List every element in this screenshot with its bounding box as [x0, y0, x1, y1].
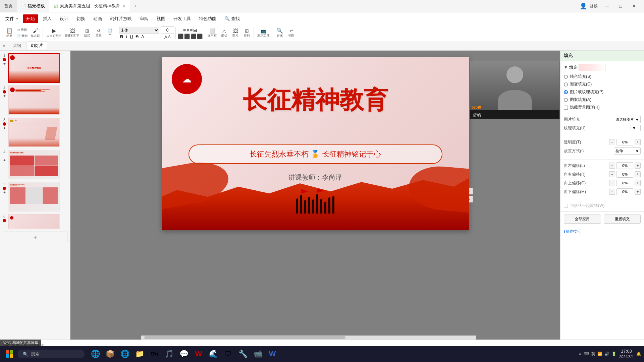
slide-subtitle-box[interactable]: 长征先烈永垂不朽 🏅 长征精神铭记于心 [189, 144, 442, 164]
paste-button[interactable]: 📋 粘贴 [4, 27, 15, 39]
gradient-fill-radio[interactable] [564, 82, 568, 86]
add-slide-button[interactable]: ＋ [3, 232, 67, 242]
strikethrough-button[interactable]: S [135, 34, 140, 39]
file-tab[interactable]: 📊 素质美育第五组...长征精神教育 ✕ [49, 0, 130, 12]
present-tool-button[interactable]: 📺 演示工具 [256, 27, 271, 39]
align-left-button[interactable]: ⬛ [178, 34, 183, 39]
image-fill-radio[interactable] [564, 90, 568, 94]
right-offset-input[interactable] [616, 171, 633, 178]
image-button[interactable]: 🖼 图片 [230, 27, 241, 39]
apply-all-button[interactable]: 全部应用 [564, 215, 601, 224]
close-button[interactable]: ✕ [627, 0, 641, 12]
new-slide-button[interactable]: 🖼 新建幻灯片 [63, 27, 81, 39]
col-layout-button[interactable]: ⊟ [193, 27, 197, 33]
slideshow-menu[interactable]: 幻灯片放映 [107, 14, 135, 23]
slide-thumbnail-1[interactable]: 1 ★ 长征精神教育 [3, 53, 67, 83]
top-offset-minus-button[interactable]: − [609, 180, 615, 186]
taskbar-app-meet[interactable]: 📹 [251, 347, 264, 361]
arrange-button[interactable]: ⊞ 排列 [241, 27, 252, 39]
bottom-offset-input[interactable] [616, 188, 633, 195]
maximize-button[interactable]: □ [614, 0, 627, 12]
slides-tab[interactable]: 幻灯片 [26, 42, 47, 50]
notification-button[interactable]: 🔔 [636, 352, 641, 356]
taskbar-app-music[interactable]: 🎵 [162, 347, 176, 361]
layout-button[interactable]: ⊞ 版式 [82, 27, 93, 39]
font-family-select[interactable]: 宋体 [119, 27, 159, 34]
taskbar-app-chat[interactable]: 💬 [177, 347, 191, 361]
taskbar-app-wps[interactable]: W [192, 347, 205, 361]
transparency-input[interactable] [616, 139, 633, 145]
section-button[interactable]: 📑 节 [105, 27, 115, 39]
image-select-dropdown[interactable]: 请选择图片 ▼ [614, 116, 641, 123]
start-button[interactable] [3, 347, 16, 361]
left-offset-plus-button[interactable]: + [635, 163, 641, 169]
slide-main-title[interactable]: 长征精神教育 [189, 84, 442, 116]
taskbar-search[interactable]: 🔍 搜索 [17, 350, 85, 358]
review-menu[interactable]: 审阅 [137, 14, 152, 23]
slide-thumbnail-4[interactable]: 4 ★ 长征精神的形成与发展 [3, 150, 67, 179]
bottom-offset-minus-button[interactable]: − [609, 189, 615, 195]
special-menu[interactable]: 特色功能 [196, 14, 220, 23]
list-bullet-button[interactable]: ≡ [183, 27, 186, 33]
animation-menu[interactable]: 动画 [90, 14, 105, 23]
reset-button[interactable]: ↺ 重置 [93, 27, 104, 39]
tray-expand-button[interactable]: ∧ [579, 352, 582, 356]
hide-bg-option[interactable]: 隐藏背景图形(H) [564, 105, 641, 110]
left-offset-input[interactable] [616, 162, 633, 169]
solid-fill-radio[interactable] [564, 75, 568, 79]
horizontal-scrollbar[interactable] [141, 336, 476, 340]
fill-color-preview[interactable] [579, 64, 605, 71]
rotate-with-shape-option[interactable]: 与形状一起旋转(W) [564, 203, 641, 208]
taskbar-app-files[interactable]: 🌐 [89, 347, 102, 361]
start-menu[interactable]: 开始 [23, 14, 38, 23]
slide-thumbnail-3[interactable]: 3 ★ 01 [3, 118, 67, 147]
cut-button[interactable]: ✂ 剪切 [15, 27, 29, 33]
gradient-fill-option[interactable]: 渐变填充(G) [564, 81, 641, 87]
tips-link[interactable]: ℹ 操作技巧 [560, 226, 644, 237]
align-right-button[interactable]: ⬛ [191, 34, 196, 39]
right-offset-plus-button[interactable]: + [635, 171, 641, 177]
find-menu[interactable]: 🔍 查找 [221, 14, 243, 23]
top-offset-plus-button[interactable]: + [635, 180, 641, 186]
right-offset-minus-button[interactable]: − [609, 171, 615, 177]
minimize-button[interactable]: ─ [600, 0, 614, 12]
rotate-checkbox[interactable] [564, 204, 568, 208]
font-size-input[interactable] [161, 26, 174, 34]
pattern-fill-radio[interactable] [564, 98, 568, 102]
top-offset-input[interactable] [616, 180, 633, 186]
pattern-fill-option[interactable]: 图案填充(A) [564, 97, 641, 103]
taskbar-app-folder[interactable]: 📁 [133, 347, 146, 361]
add-tab-button[interactable]: ＋ [130, 3, 141, 9]
transparency-plus-button[interactable]: + [635, 139, 641, 145]
slide-thumbnail-6[interactable]: 6 [3, 214, 67, 229]
font-decrease-button[interactable]: A [168, 35, 170, 40]
texture-select-dropdown[interactable]: ▼ [631, 125, 641, 131]
slide-thumbnail-5[interactable]: 5 ★ 长征路线图 (1927-1937) [3, 182, 67, 212]
taskbar-app-browser[interactable]: 🌐 [118, 347, 131, 361]
image-fill-option[interactable]: 图片或纹理填充(P) [564, 89, 641, 95]
shadow-button[interactable]: A [140, 34, 145, 39]
find-button[interactable]: 🔍 查找 [274, 27, 285, 39]
bold-button[interactable]: B [119, 34, 124, 39]
taskbar-app-store[interactable]: 🛍 [148, 347, 161, 361]
placement-select-dropdown[interactable]: 拉伸 ▼ [614, 147, 641, 155]
shape-button[interactable]: △ 形状 [219, 27, 229, 39]
font-increase-button[interactable]: A [164, 35, 167, 40]
solid-fill-option[interactable]: 纯色填充(S) [564, 74, 641, 79]
taskbar-app-edge[interactable]: 🌊 [207, 347, 220, 361]
taskbar-app-doc[interactable]: W [266, 347, 279, 361]
replace-button[interactable]: ⇌ 替换 [286, 27, 297, 39]
reset-button[interactable]: 重置填充 [604, 215, 641, 224]
copy-button[interactable]: 📄 复制 [15, 34, 29, 39]
transparency-minus-button[interactable]: − [609, 139, 615, 145]
text-box-button[interactable]: ⬜ 文本框 [206, 27, 218, 39]
list-num-button[interactable]: ≡ [186, 27, 189, 33]
left-offset-minus-button[interactable]: − [609, 163, 615, 169]
view-menu[interactable]: 视图 [153, 14, 169, 23]
dev-menu[interactable]: 开发工具 [170, 14, 194, 23]
design-menu[interactable]: 设计 [56, 14, 72, 23]
slide-canvas[interactable]: ☁ 长征精神教育 长征先烈永垂不朽 🏅 长征精神铭记于心 讲课教师：李尚泽 [162, 57, 469, 230]
insert-menu[interactable]: 插入 [40, 14, 55, 23]
taskbar-app-tool[interactable]: 🔧 [236, 347, 250, 361]
slide-thumbnail-2[interactable]: 2 ★ [3, 85, 67, 115]
